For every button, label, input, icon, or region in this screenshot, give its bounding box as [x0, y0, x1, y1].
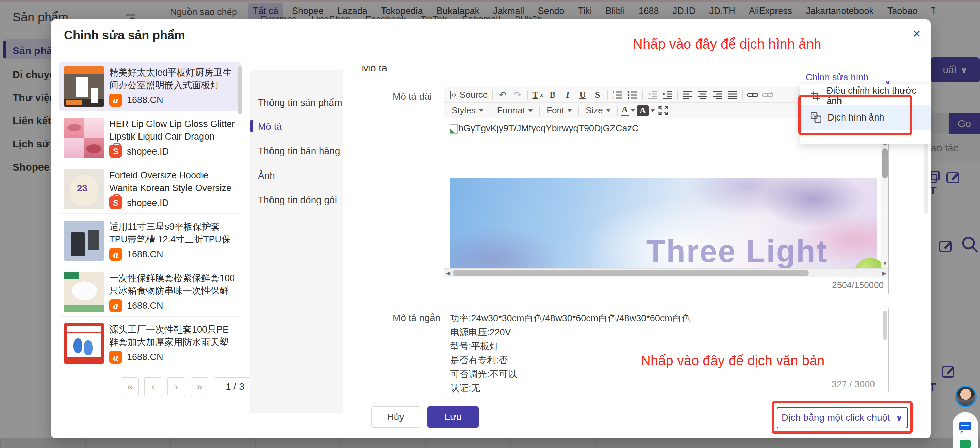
support-widget[interactable] — [953, 412, 978, 448]
product-list-item[interactable]: Forteid Oversize Hoodie Wanita Korean St… — [59, 165, 242, 214]
close-icon[interactable]: × — [908, 26, 925, 42]
marketplace-label: shopee.ID — [127, 198, 169, 208]
scroll-down-icon[interactable]: ▼ — [881, 259, 888, 268]
product-list-item[interactable]: 源头工厂一次性鞋套100只PE鞋套加大加厚家用防水雨天塑料套防尘 1688.CN — [59, 319, 242, 368]
annotation-translate-text: Nhấp vào đây để dịch văn bản — [641, 353, 824, 368]
scrollbar-thumb[interactable] — [883, 311, 887, 340]
marketplace-source-icon — [109, 351, 122, 364]
presentation-icon[interactable] — [959, 422, 972, 430]
pagination: « ‹ › » 1 / 3 — [121, 377, 256, 396]
product-list-item[interactable]: 一次性保鲜膜套松紧保鲜套100只冰箱食物防串味一次性保鲜防尘罩 1688.CN — [59, 268, 242, 317]
font-dropdown[interactable]: Font — [543, 105, 575, 116]
marketplace-label: 1688.CN — [127, 249, 163, 260]
svg-text:1: 1 — [612, 91, 614, 94]
product-marketplace: 1688.CN — [109, 94, 163, 107]
format-dropdown[interactable]: Format — [494, 105, 536, 116]
section-heading-clipped: Mô tả — [362, 66, 402, 75]
justify-icon[interactable] — [726, 89, 739, 102]
align-right-icon[interactable] — [711, 89, 724, 102]
banner-watermark: Three Light — [646, 234, 828, 268]
marketplace-label: 1688.CN — [127, 95, 163, 105]
redo-icon[interactable]: ↷ — [511, 89, 524, 102]
annotation-red-box-translate-image — [798, 95, 912, 135]
product-title: 一次性保鲜膜套松紧保鲜套100只冰箱食物防串味一次性保鲜防尘罩 — [109, 272, 237, 297]
product-thumbnail — [64, 66, 104, 107]
remove-format-icon[interactable]: Tx — [531, 89, 544, 102]
chevron-down-icon — [479, 109, 483, 112]
scrollbar-thumb[interactable] — [453, 269, 809, 276]
tab-product-info[interactable]: Thông tin sản phẩm — [258, 97, 342, 108]
next-page-button[interactable]: › — [167, 377, 185, 396]
ordered-list-icon[interactable]: 12 — [611, 89, 624, 102]
marketplace-source-icon — [109, 196, 122, 209]
product-list: 精美好太太led平板灯厨房卫生间办公室照明嵌入式面板灯30*30cm 1688.… — [59, 62, 242, 372]
last-page-button[interactable]: » — [191, 377, 208, 396]
outdent-icon[interactable] — [646, 89, 659, 102]
short-description-text: 功率:24w30*30cm白色/48w30*60cm白色/48w30*60cm白… — [450, 311, 872, 393]
marketplace-label: 1688.CN — [127, 352, 163, 363]
bulleted-list-icon[interactable] — [626, 89, 639, 102]
unlink-icon[interactable] — [761, 89, 774, 102]
bold-icon[interactable]: B — [546, 89, 559, 102]
align-center-icon[interactable] — [696, 89, 709, 102]
editor-horizontal-scrollbar[interactable]: ◀ ▶ — [444, 268, 888, 277]
editor-vertical-scrollbar[interactable]: ▲ ▼ — [881, 138, 888, 268]
long-description-char-count: 2504/150000 — [832, 280, 884, 290]
product-title: 适用11寸三星s9平板保护套TPU带笔槽 12.4寸三折TPU保护壳 — [109, 221, 237, 246]
scroll-right-icon[interactable]: ▶ — [880, 269, 888, 277]
product-thumbnail — [64, 221, 104, 261]
product-title: Forteid Oversize Hoodie Wanita Korean St… — [109, 169, 237, 195]
active-tab-bar — [250, 120, 253, 132]
scrollbar-thumb[interactable] — [882, 148, 888, 179]
align-left-icon[interactable] — [681, 89, 694, 102]
long-description-label: Mô tả dài — [393, 91, 432, 102]
product-title: 精美好太太led平板灯厨房卫生间办公室照明嵌入式面板灯30*30cm — [109, 66, 237, 92]
product-list-item[interactable]: 适用11寸三星s9平板保护套TPU带笔槽 12.4寸三折TPU保护壳 1688.… — [59, 217, 242, 265]
product-list-item[interactable]: 精美好太太led平板灯厨房卫生间办公室照明嵌入式面板灯30*30cm 1688.… — [59, 62, 242, 111]
short-description-textarea[interactable]: 功率:24w30*30cm白色/48w30*60cm白色/48w30*60cm白… — [444, 308, 889, 393]
marketplace-source-icon — [109, 248, 122, 261]
first-page-button[interactable]: « — [121, 377, 139, 396]
product-marketplace: 1688.CN — [109, 248, 163, 261]
tab-sales-info[interactable]: Thông tin bán hàng — [258, 146, 340, 156]
strikethrough-icon[interactable]: S — [591, 89, 604, 102]
link-icon[interactable] — [746, 89, 759, 102]
image-path-text: hGyTgvKjy9T/JMfycqYbirwyqT90DjGZCazC — [458, 123, 639, 134]
scroll-left-icon[interactable]: ◀ — [444, 269, 452, 277]
chevron-down-icon — [651, 109, 655, 112]
support-agent-avatar[interactable] — [955, 386, 977, 408]
underline-icon[interactable]: U — [576, 89, 589, 102]
product-title: HER Lip Glow Lip Gloss Glitter Lipstik L… — [109, 118, 237, 143]
tab-description[interactable]: Mô tả — [258, 121, 282, 132]
editor-footer: 2504/150000 — [444, 277, 888, 292]
cancel-button[interactable]: Hủy — [371, 407, 420, 427]
modal-nav-panel: Thông tin sản phẩm Mô tả Thông tin bán h… — [250, 70, 343, 413]
prev-page-button[interactable]: ‹ — [144, 377, 162, 396]
indent-icon[interactable] — [661, 89, 674, 102]
text-color-icon[interactable]: A — [621, 104, 635, 117]
tab-images[interactable]: Ảnh — [258, 170, 275, 181]
maximize-icon[interactable] — [657, 104, 670, 117]
page-indicator: 1 / 3 — [214, 377, 256, 396]
product-marketplace: shopee.ID — [109, 196, 169, 209]
background-color-icon[interactable]: A — [637, 104, 655, 117]
styles-dropdown[interactable]: Styles — [448, 105, 487, 116]
modal-title: Chỉnh sửa sản phẩm — [64, 28, 185, 43]
product-list-scrollbar[interactable] — [238, 66, 242, 114]
tab-packaging-info[interactable]: Thông tin đóng gói — [258, 195, 337, 206]
source-button[interactable]: Source — [448, 89, 489, 102]
marketplace-label: shopee.ID — [127, 147, 169, 157]
product-thumbnail — [64, 272, 104, 312]
marketplace-source-icon — [109, 145, 122, 158]
svg-text:2: 2 — [612, 96, 614, 99]
edit-product-modal: Chỉnh sửa sản phẩm × Nhấp vào đây để dịc… — [51, 19, 931, 438]
italic-icon[interactable]: I — [561, 89, 574, 102]
save-button[interactable]: Lưu — [427, 407, 479, 427]
size-dropdown[interactable]: Size — [582, 105, 614, 116]
product-thumbnail — [64, 118, 104, 158]
product-list-item[interactable]: HER Lip Glow Lip Gloss Glitter Lipstik L… — [59, 114, 242, 163]
image-path-line: hGyTgvKjy9T/JMfycqYbirwyqT90DjGZCazC — [450, 123, 639, 134]
undo-icon[interactable]: ↶ — [496, 89, 509, 102]
product-marketplace: 1688.CN — [109, 351, 163, 364]
guide-icon[interactable] — [960, 440, 971, 448]
